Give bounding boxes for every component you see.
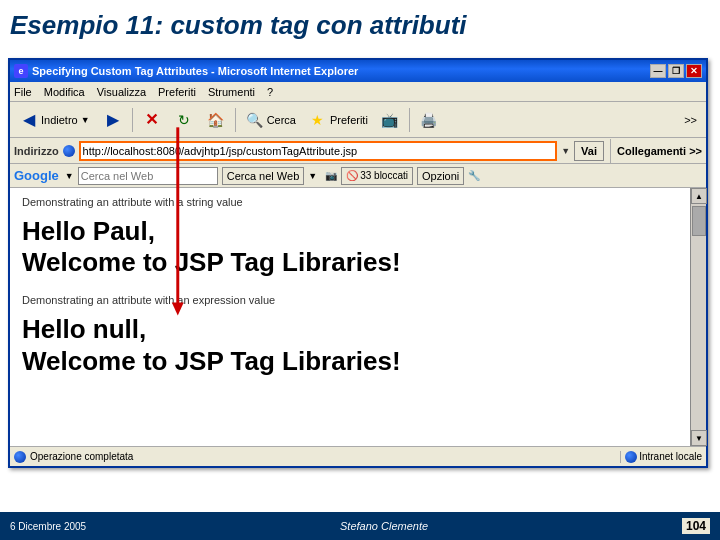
- links-button[interactable]: Collegamenti >>: [617, 145, 702, 157]
- right-scrollbar[interactable]: ▲ ▼: [690, 188, 706, 446]
- media-button[interactable]: 📺: [375, 106, 405, 134]
- status-text: Operazione completata: [30, 451, 133, 462]
- star-icon: ★: [308, 110, 328, 130]
- print-button[interactable]: 🖨️: [414, 106, 444, 134]
- menu-strumenti[interactable]: Strumenti: [208, 86, 255, 98]
- toolbar-sep-3: [409, 108, 410, 132]
- media-icon: 📺: [380, 110, 400, 130]
- minimize-button[interactable]: —: [650, 64, 666, 78]
- toolbar-sep-2: [235, 108, 236, 132]
- close-button[interactable]: ✕: [686, 64, 702, 78]
- content-subtitle1: Demonstrating an attribute with a string…: [22, 196, 694, 208]
- menu-help[interactable]: ?: [267, 86, 273, 98]
- forward-button[interactable]: ▶: [98, 106, 128, 134]
- google-search-input[interactable]: [78, 167, 218, 185]
- ie-browser-window: e Specifying Custom Tag Attributes - Mic…: [8, 58, 708, 468]
- footer-date: 6 Dicembre 2005: [10, 521, 86, 532]
- search-label: Cerca: [267, 114, 296, 126]
- google-logo: Google: [14, 168, 59, 183]
- hello2-line2: Welcome to JSP Tag Libraries!: [22, 346, 694, 377]
- home-icon: 🏠: [206, 110, 226, 130]
- zone-label: Intranet locale: [639, 451, 702, 462]
- footer-author: Stefano Clemente: [86, 520, 682, 532]
- google-more-icon: 🔧: [468, 170, 480, 181]
- google-camera-icon: 📷: [325, 170, 337, 181]
- back-button[interactable]: ◀ Indietro ▼: [14, 106, 96, 134]
- status-globe-icon: [14, 451, 26, 463]
- content-hello1: Hello Paul, Welcome to JSP Tag Libraries…: [22, 216, 694, 278]
- titlebar-buttons[interactable]: — ❐ ✕: [650, 64, 702, 78]
- search-button[interactable]: 🔍 Cerca: [240, 106, 301, 134]
- favorites-label: Preferiti: [330, 114, 368, 126]
- slide-title: Esempio 11: custom tag con attributi: [10, 10, 710, 41]
- more-button[interactable]: >>: [679, 106, 702, 134]
- address-label: Indirizzo: [14, 145, 59, 157]
- scrollbar-down[interactable]: ▼: [691, 430, 707, 446]
- print-icon: 🖨️: [419, 110, 439, 130]
- menu-file[interactable]: File: [14, 86, 32, 98]
- home-button[interactable]: 🏠: [201, 106, 231, 134]
- ie-titlebar: e Specifying Custom Tag Attributes - Mic…: [10, 60, 706, 82]
- ie-statusbar: Operazione completata Intranet locale: [10, 446, 706, 466]
- titlebar-left: e Specifying Custom Tag Attributes - Mic…: [14, 64, 358, 78]
- back-icon: ◀: [19, 110, 39, 130]
- ie-icon: e: [14, 64, 28, 78]
- blocked-indicator: 🚫 33 bloccati: [341, 167, 413, 185]
- favorites-button[interactable]: ★ Preferiti: [303, 106, 373, 134]
- scrollbar-thumb[interactable]: [692, 206, 706, 236]
- ie-window-title: Specifying Custom Tag Attributes - Micro…: [32, 65, 358, 77]
- go-button[interactable]: Vai: [574, 141, 604, 161]
- address-dropdown[interactable]: ▼: [561, 146, 570, 156]
- back-dropdown[interactable]: ▼: [80, 113, 91, 127]
- menu-modifica[interactable]: Modifica: [44, 86, 85, 98]
- status-zone: Intranet locale: [620, 451, 702, 463]
- address-input[interactable]: [79, 141, 558, 161]
- ie-addressbar: Indirizzo ▼ Vai Collegamenti >>: [10, 138, 706, 164]
- google-search-button[interactable]: Cerca nel Web: [222, 167, 305, 185]
- ie-googletoolbar: Google ▼ Cerca nel Web ▼ 📷 🚫 33 bloccati…: [10, 164, 706, 188]
- google-options-button[interactable]: Opzioni: [417, 167, 464, 185]
- scrollbar-track: [691, 238, 706, 430]
- toolbar-sep-1: [132, 108, 133, 132]
- stop-button[interactable]: ✕: [137, 106, 167, 134]
- search-icon: 🔍: [245, 110, 265, 130]
- content-subtitle2: Demonstrating an attribute with an expre…: [22, 294, 694, 306]
- status-left: Operazione completata: [14, 451, 612, 463]
- slide-footer: 6 Dicembre 2005 Stefano Clemente 104: [0, 512, 720, 540]
- refresh-button[interactable]: ↻: [169, 106, 199, 134]
- globe-icon: [63, 145, 75, 157]
- hello1-line2: Welcome to JSP Tag Libraries!: [22, 247, 694, 278]
- ie-toolbar: ◀ Indietro ▼ ▶ ✕ ↻ 🏠 🔍 Cerca ★ Preferi: [10, 102, 706, 138]
- refresh-icon: ↻: [174, 110, 194, 130]
- ie-content-area: Demonstrating an attribute with a string…: [10, 188, 706, 446]
- google-dropdown[interactable]: ▼: [65, 171, 74, 181]
- addressbar-sep: [610, 139, 611, 163]
- google-search-dropdown[interactable]: ▼: [308, 171, 317, 181]
- hello2-line1: Hello null,: [22, 314, 694, 345]
- more-label: >>: [684, 114, 697, 126]
- blocked-count: 33 bloccati: [360, 170, 408, 181]
- restore-button[interactable]: ❐: [668, 64, 684, 78]
- content-hello2: Hello null, Welcome to JSP Tag Libraries…: [22, 314, 694, 376]
- blocked-icon: 🚫: [346, 170, 358, 181]
- stop-icon: ✕: [142, 110, 162, 130]
- ie-menubar: File Modifica Visualizza Preferiti Strum…: [10, 82, 706, 102]
- scrollbar-up[interactable]: ▲: [691, 188, 707, 204]
- back-label: Indietro: [41, 114, 78, 126]
- zone-icon: [625, 451, 637, 463]
- footer-page: 104: [682, 518, 710, 534]
- menu-visualizza[interactable]: Visualizza: [97, 86, 146, 98]
- forward-icon: ▶: [103, 110, 123, 130]
- menu-preferiti[interactable]: Preferiti: [158, 86, 196, 98]
- hello1-line1: Hello Paul,: [22, 216, 694, 247]
